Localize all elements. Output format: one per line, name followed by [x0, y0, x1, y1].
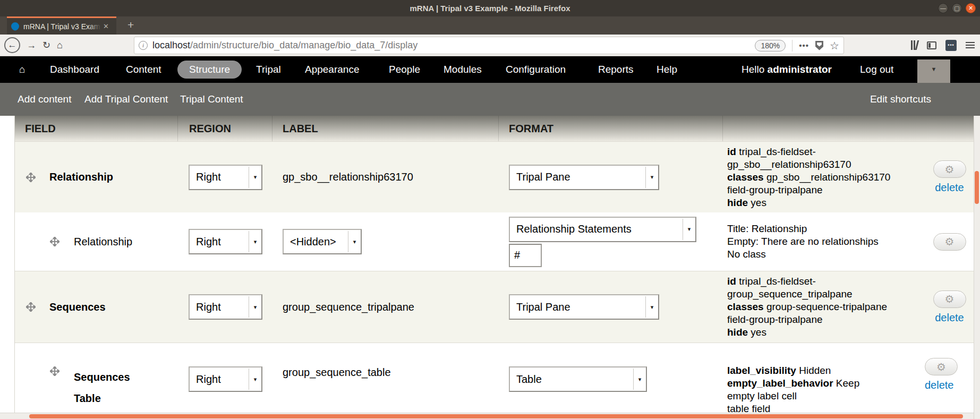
- menu-hamburger-icon[interactable]: [966, 42, 975, 48]
- summary-line: classes group-sequence-tripalpane: [727, 301, 887, 313]
- settings-gear-button[interactable]: ⚙: [933, 233, 966, 251]
- back-button[interactable]: ←: [4, 37, 20, 53]
- admin-menu-item-configuration[interactable]: Configuration: [506, 56, 566, 83]
- summary-line: hide yes: [727, 326, 766, 339]
- region-select[interactable]: Right▾: [189, 366, 262, 392]
- sidebar-icon[interactable]: [927, 41, 936, 49]
- browser-tab[interactable]: mRNA | Tripal v3 Exampl ✕: [7, 16, 116, 35]
- chevron-down-icon: ▾: [249, 167, 261, 188]
- drag-handle-icon[interactable]: [50, 366, 59, 376]
- label-text: group_sequence_tripalpane: [283, 301, 414, 313]
- label-select[interactable]: <Hidden>▾: [283, 229, 362, 254]
- column-header-field: FIELD: [15, 116, 178, 141]
- format-settings-input[interactable]: #: [509, 244, 542, 267]
- summary-line: group_sequence_tripalpane: [727, 288, 853, 301]
- summary-line: id tripal_ds-fieldset-: [727, 146, 816, 158]
- settings-gear-button[interactable]: ⚙: [933, 160, 966, 178]
- maximize-button[interactable]: ▢: [952, 3, 962, 13]
- region-select[interactable]: Right▾: [189, 229, 262, 254]
- chevron-down-icon: ▾: [683, 219, 695, 240]
- summary-line: Title: Relationship: [727, 223, 807, 235]
- admin-menu-item-appearance[interactable]: Appearance: [305, 56, 359, 83]
- field-cell: Sequences Table: [15, 343, 178, 419]
- admin-menu-item-reports[interactable]: Reports: [598, 56, 634, 83]
- admin-menu-item-dashboard[interactable]: Dashboard: [50, 56, 99, 83]
- vertical-scrollbar-thumb[interactable]: [975, 171, 979, 204]
- region-select[interactable]: Right▾: [189, 165, 262, 190]
- drag-handle-icon[interactable]: [26, 302, 36, 312]
- admin-home-icon[interactable]: ⌂: [19, 56, 25, 83]
- operations-cell: ⚙delete: [925, 343, 974, 419]
- shortcut-link-tripal-content[interactable]: Tripal Content: [180, 83, 243, 116]
- close-button[interactable]: ✕: [966, 3, 976, 13]
- operations-cell: ⚙delete: [925, 271, 974, 343]
- home-button[interactable]: ⌂: [57, 40, 63, 51]
- reload-button[interactable]: ↻: [42, 39, 50, 51]
- region-select[interactable]: Right▾: [189, 294, 262, 320]
- vertical-scrollbar-track[interactable]: [974, 116, 980, 419]
- url-text[interactable]: localhost/admin/structure/bio_data/manag…: [152, 40, 755, 51]
- summary-line: empty_label_behavior Keep: [727, 377, 859, 390]
- summary-line: gp_sbo__relationship63170: [727, 158, 851, 171]
- shortcut-link-add-content[interactable]: Add content: [18, 83, 71, 116]
- drupal-favicon-icon: [10, 21, 21, 32]
- admin-menu-item-help[interactable]: Help: [657, 56, 677, 83]
- bookmark-star-icon[interactable]: ☆: [830, 39, 839, 52]
- forward-button[interactable]: →: [27, 40, 36, 51]
- horizontal-scrollbar-thumb[interactable]: [29, 414, 963, 418]
- summary-line: empty label cell: [727, 390, 797, 403]
- user-greeting: Hello administrator: [742, 56, 832, 83]
- format-select-value: Tripal Pane: [516, 171, 585, 183]
- format-select[interactable]: Relationship Statements▾: [509, 217, 696, 242]
- pocket-shield-icon[interactable]: [815, 41, 823, 50]
- delete-link[interactable]: delete: [935, 312, 964, 324]
- logout-link[interactable]: Log out: [860, 56, 893, 83]
- chevron-down-icon: ▾: [348, 231, 361, 252]
- page-actions-icon[interactable]: •••: [799, 41, 809, 50]
- format-summary-cell: id tripal_ds-fieldset-gp_sbo__relationsh…: [723, 142, 925, 212]
- chevron-down-icon: ▾: [249, 231, 261, 252]
- summary-line: label_visibility Hidden: [727, 364, 831, 377]
- delete-link[interactable]: delete: [925, 379, 954, 391]
- minimize-button[interactable]: —: [938, 3, 948, 13]
- tab-close-icon[interactable]: ✕: [103, 22, 109, 30]
- edit-shortcuts-link[interactable]: Edit shortcuts: [870, 83, 931, 116]
- field-name: Relationship: [49, 171, 113, 183]
- settings-gear-button[interactable]: ⚙: [933, 290, 966, 308]
- chevron-down-icon: ▾: [645, 296, 658, 318]
- format-select[interactable]: Tripal Pane▾: [509, 165, 659, 190]
- new-tab-button[interactable]: +: [123, 16, 138, 35]
- admin-menu-item-modules[interactable]: Modules: [444, 56, 482, 83]
- admin-menu-item-content[interactable]: Content: [126, 56, 161, 83]
- admin-menu-item-structure[interactable]: Structure: [177, 61, 242, 79]
- admin-menu-item-people[interactable]: People: [389, 56, 420, 83]
- drag-handle-icon[interactable]: [50, 237, 59, 246]
- settings-gear-button[interactable]: ⚙: [925, 358, 958, 375]
- summary-line: field-group-tripalpane: [727, 184, 823, 196]
- library-icon[interactable]: [911, 40, 918, 50]
- region-cell: Right▾: [178, 212, 272, 271]
- table-row: RelationshipRight▾gp_sbo__relationship63…: [15, 141, 974, 212]
- url-host: localhost: [152, 40, 190, 50]
- table-row: SequencesRight▾group_sequence_tripalpane…: [15, 271, 974, 343]
- drag-handle-icon[interactable]: [26, 173, 36, 182]
- field-cell: Relationship: [15, 212, 178, 271]
- table-header-row: FIELDREGIONLABELFORMAT: [15, 116, 974, 141]
- format-select[interactable]: Tripal Pane▾: [509, 294, 659, 320]
- format-select[interactable]: Table▾: [509, 366, 647, 392]
- admin-menu-item-tripal[interactable]: Tripal: [256, 56, 281, 83]
- chevron-down-icon: ▾: [249, 296, 261, 318]
- summary-line: No class: [727, 248, 766, 261]
- extension-icon[interactable]: •••: [945, 40, 957, 51]
- format-select-value: Relationship Statements: [516, 223, 646, 235]
- zoom-level-badge[interactable]: 180%: [755, 40, 786, 52]
- urlbar-divider: [792, 40, 792, 52]
- url-bar[interactable]: i localhost/admin/structure/bio_data/man…: [134, 37, 844, 54]
- column-header-region: REGION: [178, 116, 272, 141]
- shortcut-link-add-tripal-content[interactable]: Add Tripal Content: [84, 83, 168, 116]
- column-header-empty: [723, 116, 925, 141]
- chevron-down-icon: ▾: [249, 369, 261, 390]
- site-info-icon[interactable]: i: [139, 41, 148, 50]
- delete-link[interactable]: delete: [935, 182, 964, 194]
- operations-cell: ⚙: [925, 212, 974, 271]
